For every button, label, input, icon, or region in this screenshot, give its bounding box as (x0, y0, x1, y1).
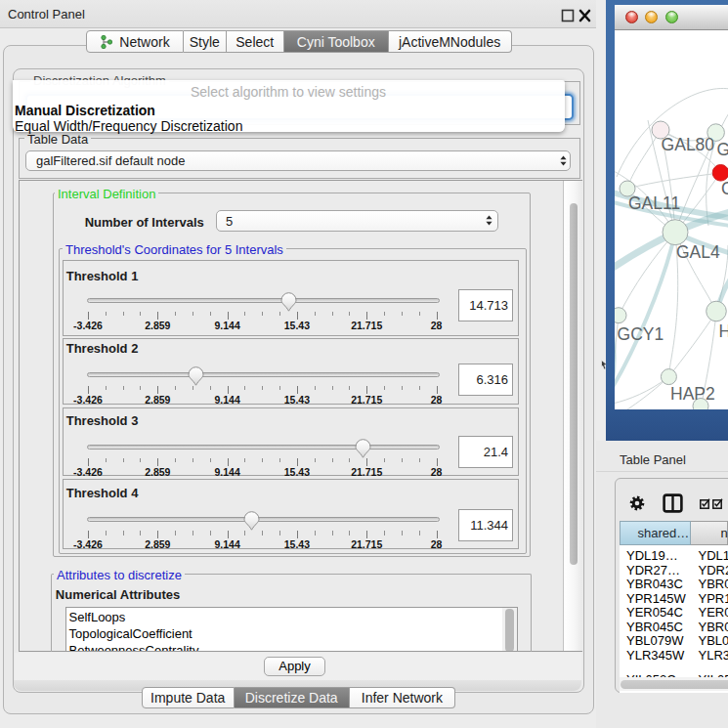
svg-text:GCY1: GCY1 (618, 323, 664, 343)
svg-text:HAP2: HAP2 (670, 383, 715, 403)
svg-text:GAL80: GAL80 (662, 134, 715, 153)
svg-text:GAL4: GAL4 (676, 241, 720, 261)
svg-text:C: C (721, 179, 728, 198)
svg-text:GA: GA (717, 140, 728, 159)
svg-text:H: H (719, 321, 728, 341)
svg-text:GAL11: GAL11 (628, 193, 680, 213)
